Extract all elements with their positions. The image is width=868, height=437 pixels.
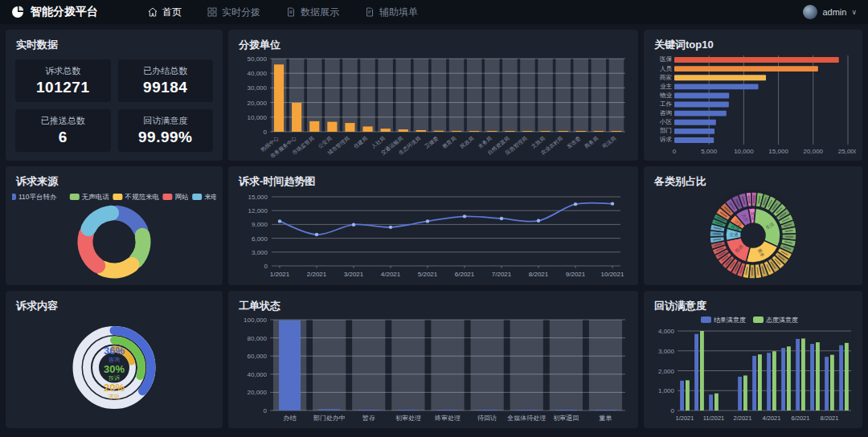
svg-text:工作: 工作 bbox=[660, 100, 673, 108]
svg-text:15,000: 15,000 bbox=[768, 148, 788, 155]
panel-title: 实时数据 bbox=[6, 30, 223, 52]
panel-work-order-status: 工单状态 020,00040,00060,00080,000100,000办结部… bbox=[228, 291, 638, 428]
panel-title: 回访满意度 bbox=[644, 291, 862, 313]
stat-label: 已推送总数 bbox=[41, 115, 85, 127]
stat-cards: 诉求总数 101271 已办结总数 99184 已推送总数 6 回访满意度 99… bbox=[6, 52, 223, 152]
svg-text:15,000: 15,000 bbox=[248, 194, 268, 201]
work_order-svg: 020,00040,00060,00080,000100,000办结部门处办中暂… bbox=[235, 313, 632, 425]
form-icon bbox=[365, 7, 375, 17]
svg-text:6/2021: 6/2021 bbox=[792, 415, 810, 422]
stat-value: 101271 bbox=[36, 79, 89, 96]
svg-text:11/2021: 11/2021 bbox=[703, 415, 725, 422]
svg-text:12,000: 12,000 bbox=[248, 207, 268, 214]
request-content-chart[interactable]: 36%咨询30%投诉20%求助 bbox=[12, 313, 216, 425]
svg-text:交通: 交通 bbox=[729, 231, 739, 237]
dashboard-grid: 实时数据 诉求总数 101271 已办结总数 99184 已推送总数 6 回访满… bbox=[0, 24, 868, 434]
category-share-chart[interactable]: 其他生活服务投诉交通环境治安大厅 bbox=[650, 189, 856, 282]
work-order-status-chart[interactable]: 020,00040,00060,00080,000100,000办结部门处办中暂… bbox=[235, 313, 632, 425]
nav-item-home[interactable]: 首页 bbox=[135, 0, 194, 24]
nav-item-realtime-dispatch[interactable]: 实时分拨 bbox=[194, 0, 273, 24]
svg-text:初审退回: 初审退回 bbox=[553, 414, 579, 422]
svg-text:司法局: 司法局 bbox=[600, 135, 617, 150]
grid-icon bbox=[207, 7, 217, 17]
svg-text:重单: 重单 bbox=[598, 415, 612, 422]
panel-request-content: 诉求内容 36%咨询30%投诉20%求助 bbox=[6, 291, 223, 428]
svg-text:2/2021: 2/2021 bbox=[307, 271, 327, 278]
svg-text:商务局: 商务局 bbox=[583, 135, 600, 149]
nav-label-realtime-dispatch: 实时分拨 bbox=[222, 6, 260, 19]
svg-text:商家: 商家 bbox=[659, 74, 673, 81]
panel-title: 各类别占比 bbox=[644, 166, 862, 189]
svg-text:初审处理: 初审处理 bbox=[395, 415, 421, 422]
svg-text:不规范来电: 不规范来电 bbox=[124, 193, 159, 201]
svg-text:20,000: 20,000 bbox=[248, 100, 268, 107]
svg-text:10,000: 10,000 bbox=[248, 114, 268, 121]
trend-chart[interactable]: 03,0006,0009,00012,00015,0001/20212/2021… bbox=[235, 189, 632, 282]
svg-text:咨询: 咨询 bbox=[108, 357, 120, 363]
panel-realtime-stats: 实时数据 诉求总数 101271 已办结总数 99184 已推送总数 6 回访满… bbox=[6, 30, 223, 161]
nav-item-assist-form[interactable]: 辅助填单 bbox=[352, 0, 431, 24]
stat-card-total-requests: 诉求总数 101271 bbox=[15, 59, 111, 102]
panel-revisit-satisfaction: 回访满意度 结果满意度态度满意度01,0002,0003,0004,0001/2… bbox=[644, 291, 862, 428]
home-icon bbox=[148, 7, 158, 17]
request-sources-chart[interactable]: 110平台转办无声电话不规范来电网站来电 bbox=[12, 189, 216, 282]
svg-text:无声电话: 无声电话 bbox=[82, 193, 110, 201]
svg-text:态度满意度: 态度满意度 bbox=[765, 317, 798, 324]
svg-text:10,000: 10,000 bbox=[734, 148, 754, 155]
dispatch-units-chart[interactable]: 010,00020,00030,00040,00050,000热线中心政务服务中… bbox=[235, 52, 632, 157]
panel-keywords-top10: 关键词top10 05,00010,00015,00020,00025,000医… bbox=[644, 30, 862, 161]
stat-value: 99.99% bbox=[138, 129, 192, 146]
app-title: 智能分拨平台 bbox=[31, 5, 98, 19]
brand: 智能分拨平台 bbox=[11, 5, 98, 19]
svg-text:住建局: 住建局 bbox=[352, 135, 368, 149]
avatar[interactable] bbox=[803, 5, 817, 19]
panel-title: 诉求内容 bbox=[6, 291, 223, 313]
svg-text:50,000: 50,000 bbox=[248, 55, 268, 63]
svg-text:20,000: 20,000 bbox=[248, 389, 268, 396]
user-menu[interactable]: admin ∨ bbox=[803, 5, 857, 19]
svg-text:9,000: 9,000 bbox=[252, 221, 268, 228]
keywords_top10-svg: 05,00010,00015,00020,00025,000医保人员商家业主物业… bbox=[650, 52, 856, 157]
svg-text:10/2021: 10/2021 bbox=[601, 271, 624, 278]
nav-item-data-display[interactable]: 数据展示 bbox=[273, 0, 352, 24]
content-svg: 36%咨询30%投诉20%求助 bbox=[12, 313, 216, 425]
svg-text:6,000: 6,000 bbox=[252, 235, 268, 243]
svg-text:0: 0 bbox=[264, 129, 268, 136]
svg-text:3,000: 3,000 bbox=[658, 348, 675, 355]
username: admin bbox=[822, 7, 846, 17]
svg-text:小区: 小区 bbox=[659, 118, 673, 125]
stat-label: 回访满意度 bbox=[143, 115, 187, 127]
panel-title: 诉求-时间趋势图 bbox=[228, 166, 638, 189]
svg-text:5/2021: 5/2021 bbox=[418, 271, 438, 278]
svg-text:部门: 部门 bbox=[660, 127, 672, 134]
satisfaction-svg: 结果满意度态度满意度01,0002,0003,0004,0001/202111/… bbox=[650, 313, 856, 425]
svg-text:20%: 20% bbox=[104, 382, 125, 394]
stat-label: 已办结总数 bbox=[143, 65, 187, 77]
svg-text:3,000: 3,000 bbox=[252, 249, 268, 256]
svg-text:咨询: 咨询 bbox=[660, 109, 672, 116]
svg-text:6/2021: 6/2021 bbox=[455, 271, 475, 278]
svg-text:教育局: 教育局 bbox=[441, 135, 457, 149]
panel-dispatch-units: 分拨单位 010,00020,00030,00040,00050,000热线中心… bbox=[228, 30, 638, 161]
svg-text:40,000: 40,000 bbox=[248, 371, 268, 378]
legend: 110平台转办无声电话不规范来电网站来电 bbox=[12, 193, 216, 201]
trend-svg: 03,0006,0009,00012,00015,0001/20212/2021… bbox=[235, 189, 632, 282]
stat-value: 6 bbox=[59, 129, 68, 146]
panel-trend: 诉求-时间趋势图 03,0006,0009,00012,00015,0001/2… bbox=[228, 166, 638, 285]
stat-card-completed: 已办结总数 99184 bbox=[118, 59, 214, 102]
panel-title: 诉求来源 bbox=[6, 166, 223, 189]
svg-text:人员: 人员 bbox=[660, 65, 673, 72]
panel-category-share: 各类别占比 其他生活服务投诉交通环境治安大厅 bbox=[644, 166, 862, 285]
keywords-top10-chart[interactable]: 05,00010,00015,00020,00025,000医保人员商家业主物业… bbox=[650, 52, 856, 157]
svg-text:25,000: 25,000 bbox=[838, 148, 856, 155]
svg-text:4/2021: 4/2021 bbox=[381, 271, 401, 278]
svg-text:办结: 办结 bbox=[284, 415, 297, 422]
svg-text:1,000: 1,000 bbox=[658, 387, 675, 394]
svg-text:30,000: 30,000 bbox=[248, 84, 268, 92]
nav-label-home: 首页 bbox=[162, 6, 182, 19]
revisit-satisfaction-chart[interactable]: 结果满意度态度满意度01,0002,0003,0004,0001/202111/… bbox=[650, 313, 856, 425]
categories-svg: 其他生活服务投诉交通环境治安大厅 bbox=[650, 189, 856, 282]
document-icon bbox=[286, 7, 296, 17]
svg-text:民政局: 民政局 bbox=[459, 135, 475, 149]
svg-text:100,000: 100,000 bbox=[244, 317, 267, 324]
